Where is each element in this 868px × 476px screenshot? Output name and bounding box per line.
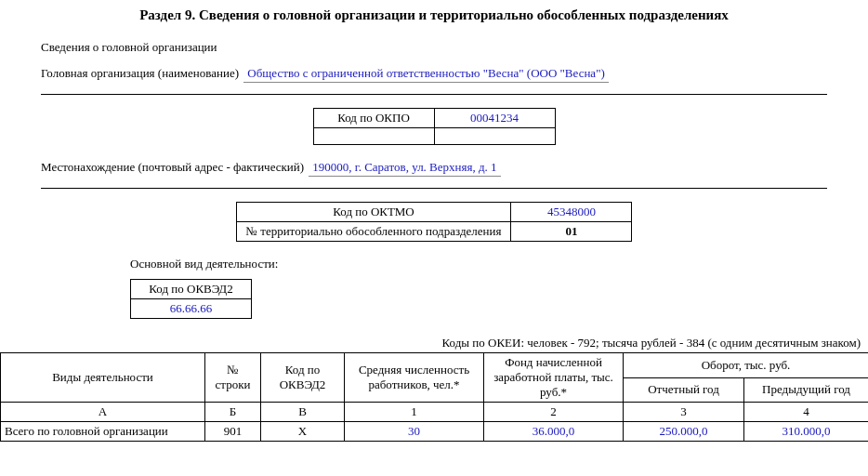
podr-label: № территориально обособленного подраздел… bbox=[236, 222, 511, 242]
letter-2: 2 bbox=[484, 403, 624, 422]
divider bbox=[41, 94, 827, 95]
divider bbox=[41, 188, 827, 189]
letter-4: 4 bbox=[744, 403, 869, 422]
address-value[interactable]: 190000, г. Саратов, ул. Верхняя, д. 1 bbox=[309, 160, 500, 177]
empty-cell bbox=[434, 128, 555, 145]
row-pred[interactable]: 310.000,0 bbox=[744, 422, 869, 442]
oktmo-table: Код по ОКТМО 45348000 № территориально о… bbox=[236, 202, 633, 242]
th-nstr: № строки bbox=[205, 353, 261, 403]
subsection-label: Сведения о головной организации bbox=[41, 40, 868, 55]
letter-v: В bbox=[261, 403, 345, 422]
okpo-table: Код по ОКПО 00041234 bbox=[313, 108, 556, 145]
table-row: Всего по головной организации 901 Х 30 3… bbox=[1, 422, 869, 442]
okved-code[interactable]: 66.66.66 bbox=[131, 299, 252, 319]
row-kod: Х bbox=[261, 422, 345, 442]
activity-heading: Основной вид деятельности: bbox=[130, 257, 868, 271]
org-value[interactable]: Общество с ограниченной ответственностью… bbox=[243, 66, 608, 83]
row-sredn[interactable]: 30 bbox=[345, 422, 484, 442]
th-kod: Код по ОКВЭД2 bbox=[261, 353, 345, 403]
row-fond[interactable]: 36.000,0 bbox=[484, 422, 624, 442]
okei-line: Коды по ОКЕИ: человек - 792; тысяча рубл… bbox=[0, 336, 868, 350]
oktmo-value[interactable]: 45348000 bbox=[511, 203, 632, 222]
okpo-label: Код по ОКПО bbox=[313, 109, 434, 128]
okved-table: Код по ОКВЭД2 66.66.66 bbox=[130, 279, 252, 319]
address-line: Местонахождение (почтовый адрес - фактич… bbox=[41, 160, 868, 177]
letter-b: Б bbox=[205, 403, 261, 422]
letter-3: 3 bbox=[624, 403, 744, 422]
oktmo-label: Код по ОКТМО bbox=[236, 203, 511, 222]
main-table: Виды деятельности № строки Код по ОКВЭД2… bbox=[0, 352, 868, 442]
th-fond: Фонд начисленной заработной платы, тыс. … bbox=[484, 353, 624, 403]
th-pred: Предыдущий год bbox=[744, 377, 869, 403]
page-title: Раздел 9. Сведения о головной организаци… bbox=[0, 7, 868, 23]
letter-1: 1 bbox=[345, 403, 484, 422]
th-vid: Виды деятельности bbox=[1, 353, 205, 403]
podr-value: 01 bbox=[511, 222, 632, 242]
row-name: Всего по головной организации bbox=[1, 422, 205, 442]
okpo-value[interactable]: 00041234 bbox=[434, 109, 555, 128]
th-sredn: Средняя численность работников, чел.* bbox=[345, 353, 484, 403]
okved-label: Код по ОКВЭД2 bbox=[131, 280, 252, 299]
org-line: Головная организация (наименование) Обще… bbox=[41, 66, 868, 83]
org-label: Головная организация (наименование) bbox=[41, 66, 239, 80]
row-nstr: 901 bbox=[205, 422, 261, 442]
th-otchet: Отчетный год bbox=[624, 377, 744, 403]
th-oborot: Оборот, тыс. руб. bbox=[624, 353, 869, 378]
address-label: Местонахождение (почтовый адрес - фактич… bbox=[41, 160, 304, 174]
row-otchet[interactable]: 250.000,0 bbox=[624, 422, 744, 442]
empty-cell bbox=[313, 128, 434, 145]
letter-a: А bbox=[1, 403, 205, 422]
